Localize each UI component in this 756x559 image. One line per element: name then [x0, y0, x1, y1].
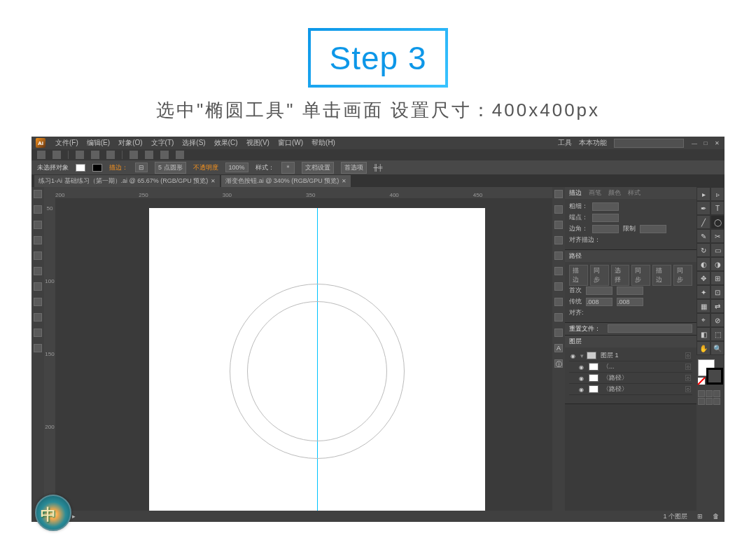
corner-field[interactable] — [592, 225, 619, 233]
fill-swatch[interactable] — [76, 164, 85, 172]
pathfinder-btn[interactable]: 同步 — [631, 265, 650, 286]
appbar-icon[interactable] — [91, 151, 99, 159]
menu-file[interactable]: 文件(F) — [55, 138, 78, 148]
field[interactable] — [586, 287, 612, 295]
layer-row[interactable]: 〈路径〉 ○ — [569, 384, 692, 395]
doc-setup-button[interactable]: 文档设置 — [302, 162, 334, 174]
tool-button[interactable]: ⊡ — [710, 285, 724, 299]
fill-stroke-control[interactable] — [698, 359, 723, 385]
menu-edit[interactable]: 编辑(E) — [87, 138, 110, 148]
panel-strip-icon[interactable] — [554, 313, 563, 322]
libraries-label[interactable]: 重置文件： — [569, 324, 601, 333]
pathfinder-btn[interactable]: 描边 — [652, 265, 671, 286]
opacity-combo[interactable]: 100% — [225, 163, 248, 172]
align-icon[interactable]: ╫╪ — [374, 164, 383, 171]
panel-strip-icon[interactable] — [34, 298, 42, 306]
menu-window[interactable]: 窗口(W) — [278, 138, 303, 148]
stroke-swatch[interactable] — [92, 164, 102, 172]
minimize-icon[interactable]: — — [691, 139, 698, 146]
tool-button[interactable]: ↻ — [696, 243, 710, 257]
character-panel-icon[interactable] — [554, 344, 563, 352]
layer-name[interactable]: 〈路径〉 — [601, 385, 682, 394]
visibility-icon[interactable] — [579, 364, 586, 371]
maximize-icon[interactable]: □ — [702, 139, 709, 146]
panel-strip-icon[interactable] — [34, 329, 42, 337]
panel-strip-icon[interactable] — [554, 282, 563, 291]
x-field[interactable]: .008 — [586, 298, 612, 306]
layer-name[interactable]: 〈... — [601, 362, 682, 371]
panel-strip-icon[interactable] — [554, 251, 563, 260]
panel-strip-icon[interactable] — [34, 221, 42, 229]
ruler-vertical[interactable]: 50 100 150 200 250 — [44, 198, 55, 522]
expand-icon[interactable]: ▾ — [580, 352, 584, 359]
target-icon[interactable]: ○ — [685, 352, 691, 359]
appbar-icon[interactable] — [130, 151, 138, 159]
menu-help[interactable]: 帮助(H) — [312, 138, 335, 148]
appbar-icon[interactable] — [145, 151, 153, 159]
panel-strip-icon[interactable] — [554, 221, 563, 229]
target-icon[interactable]: ○ — [685, 375, 691, 381]
libraries-combo[interactable] — [608, 324, 692, 333]
artboard[interactable] — [149, 208, 485, 522]
tool-button[interactable]: ⊘ — [710, 313, 724, 327]
doc-tab-2[interactable]: 渐变色按钮.ai @ 340% (RGB/GPU 预览) ✕ — [221, 175, 351, 187]
none-swatch-icon[interactable] — [698, 378, 705, 385]
stroke-box[interactable] — [706, 368, 723, 385]
panel-strip-icon[interactable] — [34, 251, 42, 260]
tool-button[interactable]: 🔍 — [710, 341, 724, 355]
field[interactable] — [617, 287, 643, 295]
menu-type[interactable]: 文字(T) — [151, 138, 174, 148]
menu-object[interactable]: 对象(O) — [118, 138, 142, 148]
tool-button[interactable]: ◐ — [696, 257, 710, 271]
menu-select[interactable]: 选择(S) — [182, 138, 205, 148]
panel-strip-icon[interactable] — [554, 205, 563, 214]
search-input[interactable] — [614, 139, 684, 148]
panel-tab-brush[interactable]: 画笔 — [589, 188, 601, 198]
tool-button[interactable]: ✋ — [696, 341, 710, 355]
tool-button[interactable]: ⊞ — [710, 271, 724, 285]
appbar-icon[interactable] — [37, 151, 46, 159]
mode-btn[interactable] — [698, 398, 705, 405]
target-icon[interactable]: ○ — [685, 386, 691, 392]
tool-button[interactable]: ▦ — [696, 299, 710, 313]
tab-close-icon[interactable]: ✕ — [342, 178, 346, 184]
pathfinder-btn[interactable]: 同步 — [590, 265, 609, 286]
panel-strip-icon[interactable] — [554, 329, 563, 337]
appbar-icon[interactable] — [106, 151, 115, 159]
target-icon[interactable]: ○ — [685, 364, 691, 370]
layer-name[interactable]: 〈路径〉 — [601, 373, 682, 382]
tool-button[interactable]: ✒ — [696, 201, 710, 215]
prefs-button[interactable]: 首选项 — [341, 162, 367, 174]
nav-arrow-icon[interactable]: ▸ — [72, 513, 76, 520]
tool-button[interactable]: ▸ — [696, 187, 710, 201]
tool-button[interactable]: ◯ — [710, 215, 724, 229]
stroke-weight-combo[interactable]: ⊟ — [135, 163, 148, 172]
panel-strip-icon[interactable] — [554, 236, 563, 244]
tab-close-icon[interactable]: ✕ — [211, 178, 216, 184]
cap-field[interactable] — [592, 214, 619, 222]
tool-button[interactable]: ▭ — [710, 243, 724, 257]
layer-row[interactable]: ▾ 图层 1 ○ — [569, 350, 692, 361]
visibility-icon[interactable] — [579, 386, 586, 393]
panel-tab-stroke[interactable]: 描边 — [569, 188, 582, 198]
new-layer-icon[interactable]: ⊞ — [697, 513, 703, 520]
pathfinder-btn[interactable]: 选择 — [611, 265, 630, 286]
menu-effect[interactable]: 效果(C) — [214, 138, 238, 148]
close-icon[interactable]: ✕ — [713, 139, 720, 146]
workspace-switch[interactable]: 本本功能 — [579, 138, 607, 148]
ellipse-inner[interactable] — [247, 301, 387, 441]
appbar-icon[interactable] — [76, 151, 84, 159]
panel-tab-pathfinder[interactable]: 路径 — [569, 251, 582, 261]
appbar-icon[interactable] — [160, 151, 169, 159]
tool-button[interactable]: ╱ — [696, 215, 710, 229]
panel-strip-icon[interactable] — [34, 344, 42, 352]
pathfinder-btn[interactable]: 描边 — [569, 265, 588, 286]
pathfinder-btn[interactable]: 同步 — [673, 265, 692, 286]
panel-strip-icon[interactable] — [34, 190, 42, 198]
style-combo[interactable]: ＊ — [281, 162, 295, 174]
panel-strip-icon[interactable] — [554, 267, 563, 275]
limit-field[interactable] — [640, 225, 666, 233]
panel-strip-icon[interactable] — [34, 313, 42, 322]
mode-btn[interactable] — [713, 390, 720, 397]
mode-btn[interactable] — [713, 398, 720, 405]
